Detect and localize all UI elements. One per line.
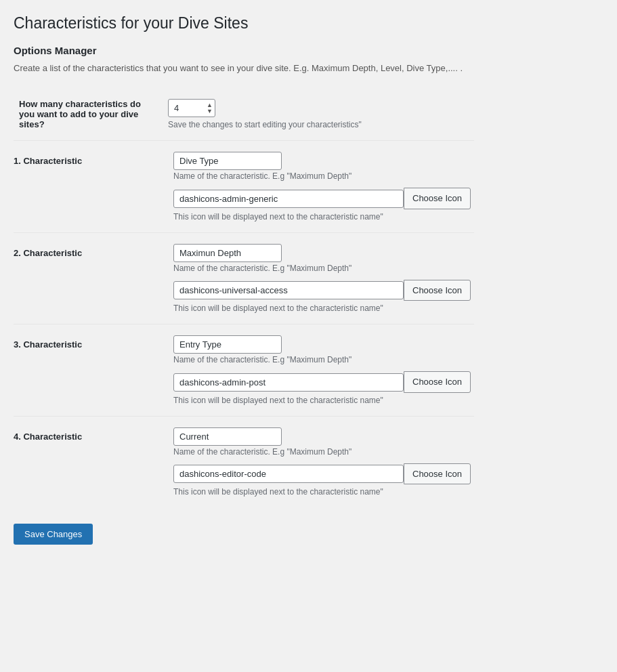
char-name-hint-4: Name of the characteristic. E.g "Maximum… xyxy=(173,447,474,457)
characteristics-container: 1. Characteristic Name of the characteri… xyxy=(14,140,474,507)
char-name-hint-2: Name of the characteristic. E.g "Maximum… xyxy=(173,264,474,273)
char-icon-row-1: Choose Icon xyxy=(173,188,474,209)
char-name-wrap-4: Name of the characteristic. E.g "Maximum… xyxy=(173,427,474,457)
char-icon-hint-3: This icon will be displayed next to the … xyxy=(173,396,474,405)
char-name-input-2[interactable] xyxy=(173,244,282,262)
char-icon-input-2[interactable] xyxy=(173,281,404,299)
char-name-input-4[interactable] xyxy=(173,427,282,446)
qty-input-wrap: ▲ ▼ xyxy=(168,99,215,117)
char-icon-input-4[interactable] xyxy=(173,465,404,483)
char-label-2: 2. Characteristic xyxy=(14,244,163,314)
char-name-hint-1: Name of the characteristic. E.g "Maximum… xyxy=(173,171,474,181)
char-name-input-1[interactable] xyxy=(173,152,282,170)
page-description: Create a list of the characteristics tha… xyxy=(14,62,474,75)
characteristic-block-3: 3. Characteristic Name of the characteri… xyxy=(14,324,474,416)
choose-icon-button-1[interactable]: Choose Icon xyxy=(404,188,471,209)
choose-icon-button-3[interactable]: Choose Icon xyxy=(404,371,471,393)
char-name-hint-3: Name of the characteristic. E.g "Maximum… xyxy=(173,355,474,364)
char-icon-hint-4: This icon will be displayed next to the … xyxy=(173,487,474,497)
choose-icon-button-4[interactable]: Choose Icon xyxy=(404,463,471,485)
char-icon-hint-2: This icon will be displayed next to the … xyxy=(173,303,474,313)
char-label-1: 1. Characteristic xyxy=(14,152,163,222)
char-icon-row-4: Choose Icon xyxy=(173,463,474,485)
char-icon-input-3[interactable] xyxy=(173,373,404,392)
characteristic-block-2: 2. Characteristic Name of the characteri… xyxy=(14,232,474,324)
char-icon-row-2: Choose Icon xyxy=(173,280,474,301)
qty-hint: Save the changes to start editing your c… xyxy=(168,120,469,129)
qty-row: How many characteristics do you want to … xyxy=(14,88,474,140)
char-fields-4: Name of the characteristic. E.g "Maximum… xyxy=(163,427,474,497)
qty-arrows: ▲ ▼ xyxy=(205,102,214,114)
choose-icon-button-2[interactable]: Choose Icon xyxy=(404,280,471,301)
char-icon-hint-1: This icon will be displayed next to the … xyxy=(173,212,474,222)
char-fields-3: Name of the characteristic. E.g "Maximum… xyxy=(163,335,474,405)
char-label-3: 3. Characteristic xyxy=(14,335,163,405)
char-label-4: 4. Characteristic xyxy=(14,427,163,497)
section-title: Options Manager xyxy=(14,45,474,56)
char-icon-input-1[interactable] xyxy=(173,190,404,208)
page-title: Characteristics for your Dive Sites xyxy=(14,14,474,34)
char-name-wrap-2: Name of the characteristic. E.g "Maximum… xyxy=(173,244,474,273)
characteristic-block-1: 1. Characteristic Name of the characteri… xyxy=(14,140,474,232)
char-name-wrap-3: Name of the characteristic. E.g "Maximum… xyxy=(173,335,474,364)
save-button[interactable]: Save Changes xyxy=(14,524,93,545)
characteristic-block-4: 4. Characteristic Name of the characteri… xyxy=(14,416,474,508)
options-table: How many characteristics do you want to … xyxy=(14,88,474,140)
char-fields-2: Name of the characteristic. E.g "Maximum… xyxy=(163,244,474,314)
char-name-wrap-1: Name of the characteristic. E.g "Maximum… xyxy=(173,152,474,181)
char-icon-row-3: Choose Icon xyxy=(173,371,474,393)
char-name-input-3[interactable] xyxy=(173,335,282,354)
qty-label: How many characteristics do you want to … xyxy=(19,99,141,129)
qty-down-arrow[interactable]: ▼ xyxy=(205,108,214,114)
char-fields-1: Name of the characteristic. E.g "Maximum… xyxy=(163,152,474,222)
